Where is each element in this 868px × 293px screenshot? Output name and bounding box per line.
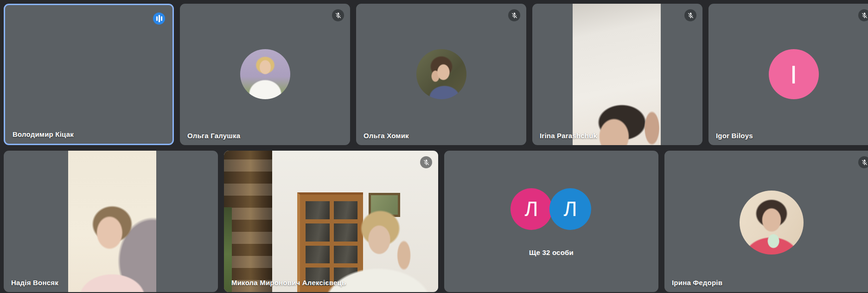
mic-off-icon [861,159,868,166]
participant-name-label: Володимир Кіцак [13,130,74,138]
mic-muted-badge [332,9,344,21]
tile-row-top: Володимир Кіцак Ольга Галушка Ольга Хоми… [4,4,868,145]
mic-muted-badge [420,156,432,168]
avatar [240,49,290,99]
mic-muted-badge [508,9,520,21]
participant-tile-halushka[interactable]: Ольга Галушка [180,4,350,145]
participant-name-label: Микола Миронович Алексієвець [231,279,346,287]
avatar-letter: Л [525,197,538,221]
avatar-letter: I [790,59,798,89]
overflow-count-label: Ще 32 особи [444,248,658,256]
mic-muted-badge [858,9,868,21]
avatar [416,49,466,99]
participant-video [68,151,156,292]
participant-name-label: Ірина Федорів [672,279,722,287]
participant-name-label: Надія Вонсяк [11,279,58,287]
speaking-badge [153,13,165,25]
participant-name-label: Igor Biloys [716,132,753,140]
avatar [740,191,804,255]
mic-off-icon [335,12,342,19]
overflow-avatar-blue: Л [549,188,591,230]
participant-tile-nadiia[interactable]: Надія Вонсяк [4,151,218,292]
tile-row-bottom: Надія Вонсяк Микола Миронович Алексієвец… [4,151,868,292]
meeting-grid: Володимир Кіцак Ольга Галушка Ольга Хоми… [0,0,868,293]
participant-tile-mykola[interactable]: Микола Миронович Алексієвець [224,151,438,292]
participant-name-label: Ольга Хомик [364,132,409,140]
mic-muted-badge [858,156,868,168]
participant-tile-fedoriv[interactable]: Ірина Федорів [664,151,868,292]
mic-off-icon [687,12,694,19]
participant-tile-khomyk[interactable]: Ольга Хомик [356,4,526,145]
overflow-tile[interactable]: Л Л Ще 32 особи [444,151,658,292]
overflow-avatar-pink: Л [511,188,552,230]
video-person [224,151,438,292]
participant-tile-volodymyr[interactable]: Володимир Кіцак [4,4,174,145]
participant-tile-igor[interactable]: I Igor Biloys [708,4,868,145]
participant-video [5,5,172,144]
mic-off-icon [511,12,518,19]
participant-name-label: Irina Parashchuk [540,132,597,140]
avatar-letter: Л [564,197,577,221]
participant-name-label: Ольга Галушка [187,132,240,140]
participant-video [224,151,438,292]
audio-activity-icon [156,15,162,22]
mic-muted-badge [684,9,696,21]
letter-avatar: I [769,49,819,99]
mic-off-icon [861,12,868,19]
mic-off-icon [423,159,430,166]
participant-tile-irina[interactable]: Irina Parashchuk [532,4,702,145]
participant-video [573,4,661,145]
